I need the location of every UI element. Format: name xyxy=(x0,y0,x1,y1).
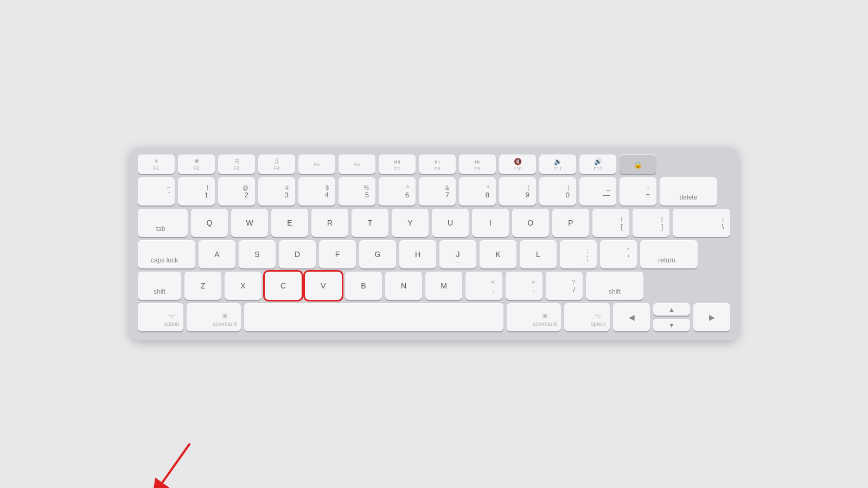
delete-label: delete xyxy=(680,194,698,201)
key-delete[interactable]: delete xyxy=(660,177,717,206)
key-y[interactable]: Y xyxy=(392,209,429,237)
key-4[interactable]: $ 4 xyxy=(298,177,335,206)
key-f11[interactable]: 🔉 F11 xyxy=(539,155,576,174)
key-f6[interactable]: F6 xyxy=(339,155,375,174)
key-f7[interactable]: ⏮ F7 xyxy=(379,155,416,174)
key-command-left[interactable]: ⌘ command xyxy=(187,303,241,331)
fn-row: ☀ F1 ✺ F2 ⊟ F3 ⣿ F4 F5 F6 ⏮ F7 ⏯ F8 xyxy=(138,155,730,174)
key-f2[interactable]: ✺ F2 xyxy=(178,155,215,174)
key-slash[interactable]: ? / xyxy=(546,272,583,300)
key-s[interactable]: S xyxy=(239,240,276,268)
key-capslock[interactable]: caps lock xyxy=(138,240,195,268)
key-equal[interactable]: + = xyxy=(620,177,656,206)
key-semicolon[interactable]: : ; xyxy=(560,240,597,268)
key-f5[interactable]: F5 xyxy=(298,155,335,174)
key-6[interactable]: ^ 6 xyxy=(379,177,416,206)
key-n[interactable]: N xyxy=(385,272,422,300)
key-k[interactable]: K xyxy=(480,240,516,268)
key-backslash[interactable]: | \ xyxy=(673,209,730,237)
key-option-left[interactable]: ⌥ option xyxy=(138,303,183,331)
bottom-row: ⌥ option ⌘ command ⌘ command ⌥ option ◀ xyxy=(138,303,730,331)
key-5[interactable]: % 5 xyxy=(339,177,375,206)
key-a[interactable]: A xyxy=(199,240,235,268)
key-f3[interactable]: ⊟ F3 xyxy=(218,155,255,174)
key-f8[interactable]: ⏯ F8 xyxy=(419,155,456,174)
key-v[interactable]: V xyxy=(305,272,342,300)
asdf-row: caps lock A S D F — G H J — K L : ; " ' … xyxy=(138,240,730,268)
svg-line-1 xyxy=(157,444,190,488)
zxcv-row: shift Z X C V B N M < , > . ? / shift xyxy=(138,272,730,300)
key-period[interactable]: > . xyxy=(506,272,542,300)
key-u[interactable]: U xyxy=(432,209,469,237)
key-x[interactable]: X xyxy=(225,272,261,300)
key-h[interactable]: H xyxy=(399,240,436,268)
key-bracket-left[interactable]: { [ xyxy=(592,209,629,237)
key-1[interactable]: ! 1 xyxy=(178,177,215,206)
key-0[interactable]: ) 0 xyxy=(539,177,576,206)
key-b[interactable]: B xyxy=(345,272,382,300)
key-p[interactable]: P xyxy=(552,209,589,237)
key-option-right[interactable]: ⌥ option xyxy=(564,303,610,331)
key-r[interactable]: R xyxy=(311,209,348,237)
key-f1[interactable]: ☀ F1 xyxy=(138,155,175,174)
qwer-row: tab Q W E R T Y U I O P { [ } ] | \ xyxy=(138,209,730,237)
key-o[interactable]: O xyxy=(512,209,549,237)
key-7[interactable]: & 7 xyxy=(419,177,456,206)
keyboard: ☀ F1 ✺ F2 ⊟ F3 ⣿ F4 F5 F6 ⏮ F7 ⏯ F8 xyxy=(130,148,738,340)
key-tab[interactable]: tab xyxy=(138,209,188,237)
key-arrow-up[interactable]: ▲ xyxy=(653,303,690,316)
key-shift-left[interactable]: shift xyxy=(138,272,181,300)
key-j[interactable]: J — xyxy=(439,240,476,268)
key-m[interactable]: M xyxy=(425,272,462,300)
key-arrow-down[interactable]: ▼ xyxy=(653,319,690,331)
key-f[interactable]: F — xyxy=(319,240,356,268)
key-comma[interactable]: < , xyxy=(465,272,502,300)
key-c[interactable]: C xyxy=(265,272,302,300)
key-w[interactable]: W xyxy=(231,209,268,237)
key-return[interactable]: return xyxy=(640,240,698,268)
key-f12[interactable]: 🔊 F12 xyxy=(579,155,616,174)
key-space[interactable] xyxy=(244,303,503,331)
key-shift-right[interactable]: shift xyxy=(586,272,643,300)
key-9[interactable]: ( 9 xyxy=(499,177,536,206)
key-3[interactable]: # 3 xyxy=(258,177,295,206)
key-f4[interactable]: ⣿ F4 xyxy=(258,155,295,174)
key-quote[interactable]: " ' xyxy=(600,240,637,268)
key-e[interactable]: E xyxy=(271,209,308,237)
number-row: ~ ` ! 1 @ 2 # 3 $ 4 % 5 ^ 6 & 7 xyxy=(138,177,730,206)
key-command-right[interactable]: ⌘ command xyxy=(507,303,561,331)
key-2[interactable]: @ 2 xyxy=(218,177,255,206)
key-f9[interactable]: ⏭ F9 xyxy=(459,155,496,174)
command-right-label: command xyxy=(533,321,557,327)
command-left-label: command xyxy=(213,321,237,327)
key-f10[interactable]: 🔇 F10 xyxy=(499,155,536,174)
arrow-up-down-container: ▲ ▼ xyxy=(653,303,690,331)
key-d[interactable]: D xyxy=(279,240,316,268)
option-left-label: option xyxy=(164,321,179,327)
key-z[interactable]: Z xyxy=(184,272,221,300)
key-arrow-right[interactable]: ▶ xyxy=(693,303,730,331)
key-backtick[interactable]: ~ ` xyxy=(138,177,175,206)
key-i[interactable]: I xyxy=(472,209,509,237)
key-q[interactable]: Q xyxy=(191,209,228,237)
key-t[interactable]: T xyxy=(352,209,388,237)
option-right-label: option xyxy=(591,321,605,327)
key-arrow-left[interactable]: ◀ xyxy=(613,303,650,331)
key-bracket-right[interactable]: } ] xyxy=(633,209,669,237)
key-l[interactable]: L xyxy=(520,240,557,268)
key-lock[interactable]: 🔒 xyxy=(620,155,656,174)
key-8[interactable]: * 8 xyxy=(459,177,496,206)
key-minus[interactable]: _ — xyxy=(579,177,616,206)
key-g[interactable]: G xyxy=(359,240,396,268)
